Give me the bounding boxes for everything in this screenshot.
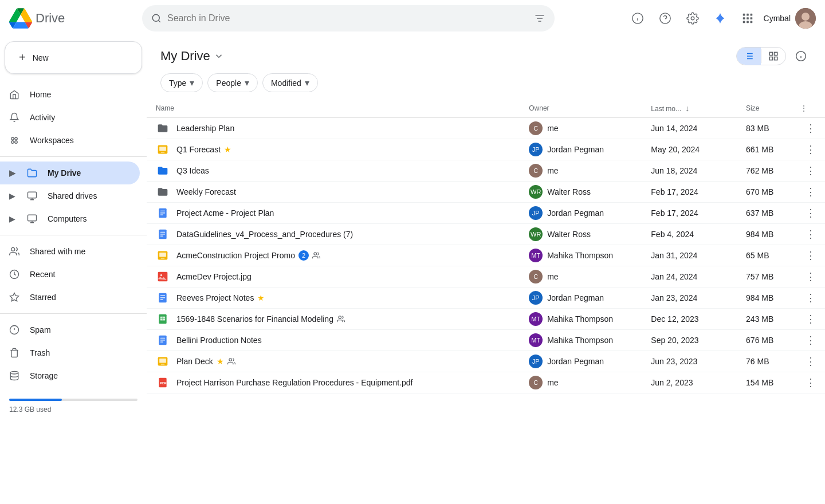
sidebar-item-activity[interactable]: Activity: [0, 106, 140, 129]
list-view-button[interactable]: [737, 48, 761, 65]
svg-text:PDF: PDF: [160, 381, 167, 385]
apps-icon-btn[interactable]: [736, 7, 759, 30]
grid-view-button[interactable]: [761, 48, 785, 65]
sidebar-item-shared-with-me[interactable]: Shared with me: [0, 240, 140, 263]
sidebar-item-workspaces[interactable]: Workspaces: [0, 129, 140, 152]
svg-rect-21: [28, 215, 37, 221]
col-header-owner: Owner: [520, 99, 642, 118]
svg-rect-71: [160, 342, 163, 342]
file-name-cell: Bellini Production Notes: [147, 330, 520, 351]
table-row[interactable]: Bellini Production Notes MT Mahika Thomp…: [147, 330, 825, 351]
svg-rect-7: [742, 17, 745, 19]
svg-rect-9: [750, 17, 752, 19]
owner-avatar: MT: [529, 312, 543, 326]
file-more-button[interactable]: ⋮: [800, 186, 816, 198]
sidebar-item-shared-drives[interactable]: ▶ Shared drives: [0, 184, 140, 207]
storage-bar-fill: [9, 399, 62, 401]
sidebar-item-recent[interactable]: Recent: [0, 263, 140, 286]
table-row[interactable]: Plan Deck★ JP Jordan Pegman Jun 23, 2023…: [147, 351, 825, 372]
file-more-button[interactable]: ⋮: [800, 292, 816, 304]
file-name-cell: AcmeConstruction Project Promo2: [147, 245, 520, 266]
svg-rect-48: [160, 215, 163, 215]
search-bar[interactable]: [142, 5, 555, 32]
table-row[interactable]: 1569-1848 Scenarios for Financial Modeli…: [147, 309, 825, 330]
file-more-button[interactable]: ⋮: [800, 355, 816, 368]
help-icon-btn[interactable]: [654, 7, 677, 30]
search-filter-icon[interactable]: [534, 13, 545, 24]
filter-people-button[interactable]: People ▾: [207, 73, 258, 92]
svg-rect-36: [775, 52, 777, 55]
table-row[interactable]: Q1 Forecast★ JP Jordan Pegman May 20, 20…: [147, 139, 825, 160]
settings-icon-btn[interactable]: [681, 7, 704, 30]
file-owner-cell: JP Jordan Pegman: [520, 139, 642, 160]
filter-type-button[interactable]: Type ▾: [160, 73, 203, 92]
file-more-button[interactable]: ⋮: [800, 228, 816, 241]
shared-icon: [312, 251, 320, 259]
file-owner-cell: WR Walter Ross: [520, 224, 642, 245]
file-more-cell: ⋮: [791, 351, 825, 372]
file-size-cell: 154 MB: [737, 372, 791, 393]
svg-rect-6: [750, 14, 752, 16]
file-more-button[interactable]: ⋮: [800, 249, 816, 262]
file-date-cell: Sep 20, 2023: [642, 330, 737, 351]
table-row[interactable]: Reeves Project Notes★ JP Jordan Pegman J…: [147, 288, 825, 309]
file-more-button[interactable]: ⋮: [800, 270, 816, 283]
file-more-button[interactable]: ⋮: [800, 122, 816, 135]
table-row[interactable]: AcmeConstruction Project Promo2 MT Mahik…: [147, 245, 825, 266]
svg-point-18: [11, 141, 14, 144]
file-size-cell: 661 MB: [737, 139, 791, 160]
new-button[interactable]: + New: [5, 41, 142, 74]
sidebar-item-home[interactable]: Home: [0, 83, 140, 106]
file-name-text: Reeves Project Notes: [176, 293, 254, 302]
file-date-cell: Jan 24, 2024: [642, 266, 737, 288]
sidebar-item-trash[interactable]: Trash: [0, 341, 140, 364]
svg-rect-54: [159, 253, 166, 257]
table-row[interactable]: AcmeDev Project.jpg C me Jan 24, 2024 75…: [147, 266, 825, 288]
starred-icon: [9, 292, 21, 302]
table-row[interactable]: Q3 Ideas C me Jun 18, 2024 762 MB ⋮: [147, 160, 825, 182]
table-row[interactable]: DataGuidelines_v4_Process_and_Procedures…: [147, 224, 825, 245]
expand-arrow-computers[interactable]: ▶: [9, 214, 15, 223]
file-more-button[interactable]: ⋮: [800, 207, 816, 219]
file-more-button[interactable]: ⋮: [800, 164, 816, 177]
support-icon-btn[interactable]: [626, 7, 649, 30]
filter-modified-button[interactable]: Modified ▾: [262, 73, 318, 92]
col-header-name[interactable]: Name: [147, 99, 520, 118]
sidebar-item-shared-with-me-label: Shared with me: [30, 247, 85, 256]
sidebar-item-spam[interactable]: Spam: [0, 318, 140, 341]
file-more-button[interactable]: ⋮: [800, 143, 816, 156]
file-icon: [156, 164, 170, 178]
owner-name: Walter Ross: [547, 230, 591, 239]
sidebar-item-my-drive[interactable]: ▶ My Drive: [0, 162, 140, 184]
file-more-button[interactable]: ⋮: [800, 376, 816, 389]
sidebar-item-computers[interactable]: ▶ Computers: [0, 207, 140, 230]
file-date-cell: Jun 18, 2024: [642, 160, 737, 182]
file-more-button[interactable]: ⋮: [800, 313, 816, 325]
col-more-icon: ⋮: [800, 104, 807, 112]
table-row[interactable]: Weekly Forecast WR Walter Ross Feb 17, 2…: [147, 182, 825, 203]
info-button[interactable]: [791, 46, 811, 66]
file-owner-cell: JP Jordan Pegman: [520, 288, 642, 309]
file-date-cell: Feb 4, 2024: [642, 224, 737, 245]
search-input[interactable]: [167, 13, 528, 23]
owner-avatar: MT: [529, 333, 543, 347]
file-more-button[interactable]: ⋮: [800, 334, 816, 346]
expand-arrow-shared-drives[interactable]: ▶: [9, 191, 15, 200]
sidebar-item-starred[interactable]: Starred: [0, 286, 140, 309]
avatar[interactable]: [795, 8, 816, 29]
file-size-cell: 676 MB: [737, 330, 791, 351]
expand-arrow-my-drive[interactable]: ▶: [9, 168, 15, 178]
col-header-date[interactable]: Last mo... ↓: [642, 99, 737, 118]
file-more-cell: ⋮: [791, 139, 825, 160]
sidebar-item-storage[interactable]: Storage: [0, 364, 140, 387]
file-name-cell: Project Acme - Project Plan: [147, 203, 520, 224]
table-row[interactable]: Leadership Plan C me Jun 14, 2024 83 MB …: [147, 118, 825, 139]
table-row[interactable]: Project Acme - Project Plan JP Jordan Pe…: [147, 203, 825, 224]
badge: 2: [298, 250, 309, 261]
svg-point-14: [802, 13, 810, 21]
table-row[interactable]: PDF Project Harrison Purchase Regulation…: [147, 372, 825, 393]
drive-title[interactable]: My Drive: [160, 49, 224, 64]
svg-rect-47: [160, 212, 165, 213]
drive-title-dropdown-icon[interactable]: [214, 51, 224, 61]
gemini-icon-btn[interactable]: [709, 7, 732, 30]
